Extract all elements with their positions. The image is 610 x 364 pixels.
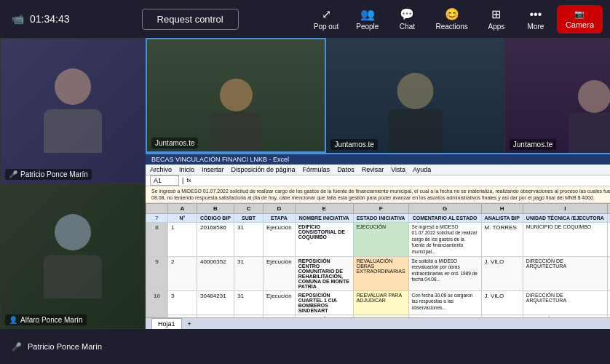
person2-label: 👤 Alfaro Ponce Marín bbox=[5, 314, 87, 325]
formula-content[interactable]: fx bbox=[186, 177, 191, 183]
cell-subt: 31 bbox=[234, 291, 264, 315]
more-button[interactable]: ••• More bbox=[518, 5, 554, 33]
cell-unidad: DIRECCIÓN DE ARQUITECTURA bbox=[523, 257, 607, 291]
sheet-tabs: Hoja1 + bbox=[146, 317, 610, 329]
meeting-time: 📹 01:34:43 bbox=[0, 13, 82, 25]
cell-nombre: EDIFICIO CONSISTORIAL DE COQUIMBO bbox=[295, 222, 353, 256]
cell-subt: 31 bbox=[234, 222, 264, 256]
add-sheet-button[interactable]: + bbox=[182, 319, 197, 329]
menu-archivo[interactable]: Archivo bbox=[150, 166, 172, 173]
header-etapa: ETAPA bbox=[264, 213, 296, 222]
col-header-blank bbox=[146, 203, 168, 213]
person2-icon: 👤 bbox=[9, 316, 17, 324]
video2-label: Juntamos.te bbox=[330, 139, 377, 150]
video1-label: Juntamos.te bbox=[151, 138, 198, 149]
col-header-b: B bbox=[197, 203, 234, 213]
sheet-tab-1[interactable]: Hoja1 bbox=[151, 318, 182, 329]
bottom-participant-name: Patricio Ponce Marín bbox=[28, 342, 102, 351]
row-num-9: 9 bbox=[146, 257, 168, 291]
people-label: People bbox=[356, 23, 379, 31]
cell-etapa: Ejecución bbox=[264, 222, 296, 256]
header-codigo: CÓDIGO BIP bbox=[197, 213, 234, 222]
cell-comentario: Se ingresó a MIDESO 01.07.2022 solicitud… bbox=[408, 222, 481, 256]
camera-icon: 📷 bbox=[574, 9, 585, 19]
cell-unidad: MUNICIPIO DE COQUIMBO bbox=[523, 222, 607, 256]
menu-formulas[interactable]: Fórmulas bbox=[303, 166, 330, 173]
bottom-bar: 🎤 Patricio Ponce Marín bbox=[0, 329, 610, 364]
col-header-f: F bbox=[353, 203, 408, 213]
bottom-participant-info: 🎤 Patricio Ponce Marín bbox=[12, 342, 102, 352]
cell-estado: EJECUCIÓN bbox=[353, 222, 408, 256]
more-label: More bbox=[527, 23, 544, 31]
menu-insertar[interactable]: Insertar bbox=[202, 166, 224, 173]
menu-revisar[interactable]: Revisar bbox=[362, 166, 384, 173]
table-row: 10 3 30484231 31 Ejecución REPOSICIÓN CU… bbox=[146, 291, 611, 315]
pop-out-icon: ⤢ bbox=[322, 7, 331, 21]
header-provincia: PROVINCIA bbox=[607, 213, 610, 222]
apps-button[interactable]: ⊞ Apps bbox=[478, 4, 515, 33]
reactions-label: Reactions bbox=[435, 23, 467, 31]
table-row: 9 2 40006352 31 Ejecución REPOSICIÓN CEN… bbox=[146, 257, 611, 291]
col-header-e: E bbox=[295, 203, 353, 213]
menu-inicio[interactable]: Inicio bbox=[179, 166, 194, 173]
mic-muted-icon: 🎤 bbox=[9, 170, 17, 178]
file-name: BECAS VINCULACIÓN FINANCI LNKB - Excel bbox=[151, 156, 289, 163]
cell-analista: M. TORRES bbox=[481, 222, 523, 256]
video-area: 🎤 Patricio Ponce Marín 👤 Alfaro Ponce Ma… bbox=[0, 38, 610, 329]
video-thumbnail-1: Juntamos.te bbox=[146, 38, 326, 153]
chat-icon: 💬 bbox=[400, 7, 414, 21]
chat-button[interactable]: 💬 Chat bbox=[389, 4, 425, 33]
toolbar-right: ⤢ Pop out 👥 People 💬 Chat 😊 Reactions ⊞ … bbox=[299, 4, 610, 33]
camera-label: Camera bbox=[566, 20, 594, 29]
cell-analista: J. VILO bbox=[481, 257, 523, 291]
chat-label: Chat bbox=[400, 23, 415, 31]
cell-codigo: 20168586 bbox=[197, 222, 234, 256]
col-header-a: A bbox=[168, 203, 197, 213]
menu-ayuda[interactable]: Ayuda bbox=[413, 166, 431, 173]
col-header-h: H bbox=[481, 203, 523, 213]
cell-estado: REEVALUAR PARA ADJUDICAR bbox=[353, 291, 408, 315]
people-button[interactable]: 👥 People bbox=[349, 4, 386, 33]
left-video-panels: 🎤 Patricio Ponce Marín 👤 Alfaro Ponce Ma… bbox=[0, 38, 146, 329]
cell-reference[interactable]: A1 bbox=[150, 175, 179, 186]
spreadsheet-grid[interactable]: A B C D E F G H I J K bbox=[146, 203, 610, 317]
menu-vista[interactable]: Vista bbox=[391, 166, 405, 173]
header-nombre: NOMBRE INICIATIVA bbox=[295, 213, 353, 222]
menu-disposicion[interactable]: Disposición de página bbox=[231, 166, 296, 173]
header-comentario: COMENTARIO AL ESTADO bbox=[408, 213, 481, 222]
toolbar-center: Request control bbox=[82, 9, 299, 30]
video3-name: Juntamos.te bbox=[513, 141, 552, 149]
menu-datos[interactable]: Datos bbox=[337, 166, 354, 173]
formula-bar: A1 | fx bbox=[146, 175, 610, 186]
video-thumbnail-3: Juntamos.te bbox=[505, 38, 610, 153]
formula-separator: | bbox=[182, 177, 183, 184]
header-estado: ESTADO INICIATIVA bbox=[353, 213, 408, 222]
pop-out-button[interactable]: ⤢ Pop out bbox=[306, 4, 346, 33]
video1-name: Juntamos.te bbox=[155, 139, 194, 147]
row-num-8: 8 bbox=[146, 222, 168, 256]
cell-num: 3 bbox=[168, 291, 197, 315]
video-panel-person1: 🎤 Patricio Ponce Marín bbox=[0, 38, 146, 183]
col-header-g: G bbox=[408, 203, 481, 213]
cell-codigo: 30484231 bbox=[197, 291, 234, 315]
table-row: 8 1 20168586 31 Ejecución EDIFICIO CONSI… bbox=[146, 222, 611, 256]
cell-etapa: Ejecución bbox=[264, 257, 296, 291]
person1-label: 🎤 Patricio Ponce Marín bbox=[5, 169, 92, 180]
top-videos-row: Juntamos.te Juntamos.te bbox=[146, 38, 610, 154]
cell-num: 1 bbox=[168, 222, 197, 256]
spreadsheet-wrapper: BECAS VINCULACIÓN FINANCI LNKB - Excel —… bbox=[146, 154, 610, 329]
cell-etapa: Ejecución bbox=[264, 291, 296, 315]
main-content: Juntamos.te Juntamos.te bbox=[146, 38, 610, 329]
reactions-button[interactable]: 😊 Reactions bbox=[428, 4, 475, 33]
ss-menu-bar[interactable]: Archivo Inicio Insertar Disposición de p… bbox=[146, 165, 610, 175]
request-control-button[interactable]: Request control bbox=[142, 9, 239, 30]
preamble-text: Se ingresó a MIDESO 01.07.2022 solicitud… bbox=[146, 186, 610, 203]
cell-analista: J. VILO bbox=[481, 291, 523, 315]
apps-label: Apps bbox=[488, 23, 504, 31]
time-display: 01:34:43 bbox=[30, 13, 70, 25]
person2-name: Alfaro Ponce Marín bbox=[20, 316, 83, 324]
camera-button[interactable]: 📷 Camera bbox=[557, 5, 603, 33]
video-thumbnail-2: Juntamos.te bbox=[326, 38, 504, 153]
cell-nombre: REPOSICIÓN CUARTEL 1 CIA BOMBEROS SINDEN… bbox=[295, 291, 353, 315]
row-header-7: 7 bbox=[146, 213, 168, 222]
